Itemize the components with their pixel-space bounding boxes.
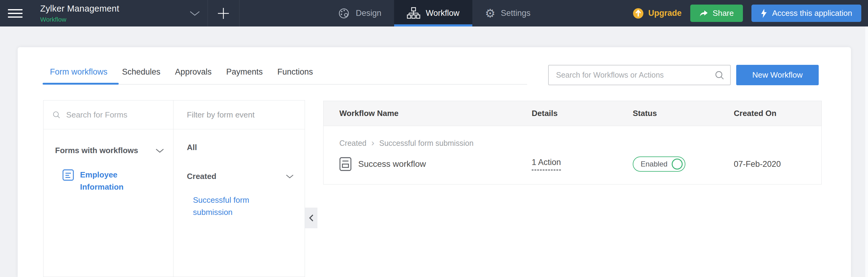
topbar-divider: [239, 0, 240, 27]
nav-tab-label: Workflow: [426, 8, 460, 18]
filter-panel: Filter by form event All Created Success…: [174, 100, 305, 277]
workflow-search-box: [548, 65, 731, 85]
lightning-icon: [761, 9, 767, 18]
chevron-down-icon: [156, 148, 164, 153]
status-toggle[interactable]: Enabled: [633, 156, 685, 172]
hamburger-menu-button[interactable]: [0, 0, 32, 27]
table-header: Workflow Name Details Status Created On: [323, 101, 822, 126]
tab-form-workflows[interactable]: Form workflows: [42, 62, 115, 81]
app-info: Zylker Management Workflow: [40, 0, 119, 27]
upgrade-label: Upgrade: [648, 8, 682, 18]
toggle-knob: [672, 159, 683, 170]
breadcrumb-separator-icon: ›: [371, 138, 374, 147]
filter-title: Filter by form event: [183, 110, 255, 120]
col-status: Status: [633, 109, 734, 118]
breadcrumb-parent[interactable]: Created: [339, 139, 366, 148]
app-switcher-chevron[interactable]: [189, 10, 200, 17]
tab-approvals[interactable]: Approvals: [168, 62, 219, 81]
actions-count-link[interactable]: 1 Action: [532, 158, 561, 171]
col-created-on: Created On: [734, 109, 822, 118]
app-title: Zylker Management: [40, 3, 119, 14]
app-subtitle: Workflow: [40, 16, 119, 23]
topbar: Zylker Management Workflow: [0, 0, 868, 27]
nav-tab-design[interactable]: Design: [325, 0, 394, 27]
topbar-actions: Upgrade Share Access this application: [632, 0, 868, 27]
breadcrumb: Created › Successful form submission: [323, 126, 822, 148]
form-icon: [62, 169, 74, 181]
access-application-button[interactable]: Access this application: [751, 5, 861, 22]
workflow-record-icon: [339, 157, 351, 171]
filter-panel-header[interactable]: Filter by form event: [174, 100, 305, 129]
scrollbar-track[interactable]: [865, 27, 868, 277]
filter-panel-body: All Created Successful form submission: [174, 129, 305, 219]
hamburger-icon: [8, 9, 23, 18]
breadcrumb-child: Successful form submission: [379, 139, 473, 148]
tab-functions[interactable]: Functions: [270, 62, 320, 81]
workflow-search-input[interactable]: [549, 71, 715, 80]
nav-tab-label: Settings: [501, 8, 531, 18]
col-workflow-name: Workflow Name: [323, 109, 532, 118]
filter-subitem-successful-form-submission[interactable]: Successful form submission: [187, 194, 266, 219]
palette-icon: [338, 7, 350, 20]
forms-group-label: Forms with workflows: [55, 146, 138, 155]
workflow-page-card: Form workflows Schedules Approvals Payme…: [18, 47, 851, 277]
forms-search-input[interactable]: [66, 110, 164, 120]
nav-tab-label: Design: [356, 8, 381, 18]
filter-item-label: All: [187, 143, 197, 152]
table-body: Created › Successful form submission Suc…: [323, 126, 822, 184]
filter-item-created[interactable]: Created: [187, 166, 294, 187]
topbar-left: Zylker Management Workflow: [0, 0, 240, 27]
col-details: Details: [532, 109, 633, 118]
tab-schedules[interactable]: Schedules: [115, 62, 168, 81]
forms-panel: Forms with workflows Employee Informatio…: [43, 100, 174, 277]
tab-payments[interactable]: Payments: [219, 62, 270, 81]
status-cell: Enabled: [633, 156, 734, 172]
sitemap-icon: [407, 7, 420, 20]
workflows-table: Workflow Name Details Status Created On …: [323, 101, 822, 184]
forms-group-header[interactable]: Forms with workflows: [55, 146, 164, 155]
filter-item-label: Created: [187, 172, 216, 181]
collapse-panel-button[interactable]: [305, 208, 317, 228]
chevron-down-icon: [286, 174, 294, 179]
share-icon: [700, 10, 708, 17]
access-label: Access this application: [772, 8, 852, 18]
chevron-left-icon: [309, 214, 314, 222]
upgrade-arrow-icon: [632, 8, 644, 19]
forms-and-filter-panels: Forms with workflows Employee Informatio…: [43, 100, 305, 277]
created-on-cell: 07-Feb-2020: [734, 159, 822, 169]
forms-search-box: [43, 100, 173, 129]
active-tab-underline: [42, 83, 119, 85]
table-row[interactable]: Success workflow 1 Action Enabled 07-Feb…: [323, 156, 822, 173]
form-item-label: Employee Information: [80, 168, 135, 193]
workflow-name-cell: Success workflow: [323, 157, 532, 171]
topbar-nav: Design Workflow ⚙ Settings: [325, 0, 543, 27]
new-workflow-button[interactable]: New Workflow: [736, 65, 819, 85]
gear-icon: ⚙: [485, 8, 495, 19]
chevron-down-icon: [189, 10, 200, 17]
share-button[interactable]: Share: [690, 5, 743, 22]
details-cell: 1 Action: [532, 158, 633, 171]
workflow-category-tabs: Form workflows Schedules Approvals Payme…: [42, 62, 320, 81]
form-item-employee-information[interactable]: Employee Information: [55, 168, 164, 193]
nav-tab-workflow[interactable]: Workflow: [394, 0, 472, 27]
workflow-name[interactable]: Success workflow: [358, 159, 426, 169]
status-label: Enabled: [641, 160, 668, 168]
nav-tab-settings[interactable]: ⚙ Settings: [472, 0, 543, 27]
plus-icon: [217, 7, 230, 20]
upgrade-button[interactable]: Upgrade: [632, 8, 682, 19]
new-component-button[interactable]: [208, 0, 239, 27]
search-icon: [53, 111, 60, 119]
filter-item-all[interactable]: All: [187, 137, 294, 158]
forms-panel-body: Forms with workflows Employee Informatio…: [43, 129, 173, 193]
search-icon: [715, 71, 724, 80]
share-label: Share: [713, 8, 734, 18]
